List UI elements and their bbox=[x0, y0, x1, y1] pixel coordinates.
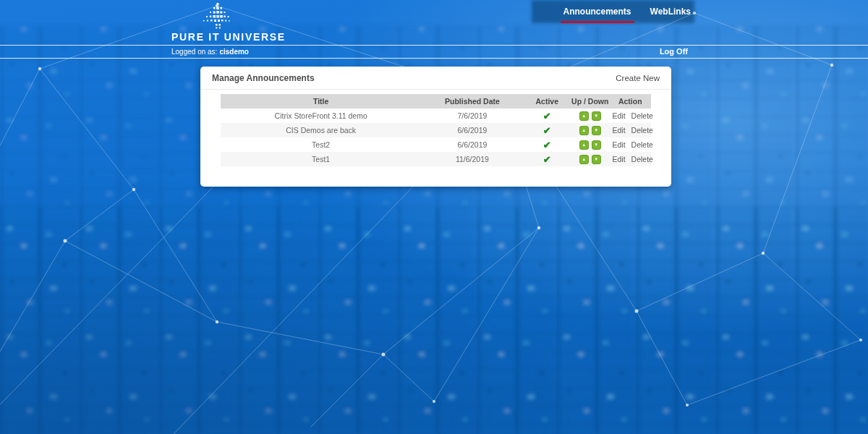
nav-tab-announcements[interactable]: Announcements bbox=[563, 7, 631, 17]
table-row: Test1 11/6/2019 ✔ ▲▼ EditDelete bbox=[221, 152, 651, 166]
panel-title: Manage Announcements bbox=[212, 73, 315, 83]
manage-announcements-panel: Manage Announcements Create New Title Pu… bbox=[200, 67, 671, 187]
edit-link[interactable]: Edit bbox=[612, 126, 625, 135]
move-up-button[interactable]: ▲ bbox=[579, 126, 589, 135]
log-off-link[interactable]: Log Off bbox=[660, 47, 688, 56]
active-check-icon: ✔ bbox=[543, 140, 551, 150]
logged-on-text: Logged on as:cisdemo bbox=[171, 48, 249, 56]
announcement-title: CIS Demos are back bbox=[221, 123, 421, 137]
column-header-active: Active bbox=[524, 94, 571, 109]
active-check-icon: ✔ bbox=[543, 111, 551, 122]
move-up-button[interactable]: ▲ bbox=[579, 111, 589, 121]
move-up-button[interactable]: ▲ bbox=[579, 140, 589, 150]
app-root: PURE IT UNIVERSE Announcements WebLinks … bbox=[0, 0, 868, 434]
delete-link[interactable]: Delete bbox=[631, 140, 653, 149]
announcement-title: Test2 bbox=[221, 137, 421, 152]
published-date: 6/6/2019 bbox=[421, 123, 523, 137]
active-check-icon: ✔ bbox=[543, 154, 551, 165]
table-header-row: Title Published Date Active Up / Down Ac… bbox=[221, 94, 651, 109]
edit-link[interactable]: Edit bbox=[612, 155, 625, 163]
move-down-button[interactable]: ▼ bbox=[592, 126, 601, 135]
move-down-button[interactable]: ▼ bbox=[592, 140, 601, 150]
logged-on-username: cisdemo bbox=[219, 48, 249, 56]
brand-logo-icon bbox=[202, 3, 234, 29]
table-row: Citrix StoreFront 3.11 demo 7/6/2019 ✔ ▲… bbox=[221, 109, 651, 123]
table-row: Test2 6/6/2019 ✔ ▲▼ EditDelete bbox=[221, 137, 651, 152]
delete-link[interactable]: Delete bbox=[631, 126, 653, 135]
panel-header: Manage Announcements Create New bbox=[200, 67, 671, 90]
nav-tab-weblinks[interactable]: WebLinks bbox=[650, 7, 691, 17]
brand-name: PURE IT UNIVERSE bbox=[171, 31, 286, 43]
main-nav: Announcements WebLinks bbox=[563, 7, 691, 17]
app-header-brand: PURE IT UNIVERSE bbox=[171, 3, 286, 43]
column-header-action: Action bbox=[609, 94, 651, 109]
published-date: 6/6/2019 bbox=[421, 137, 523, 152]
announcements-table: Title Published Date Active Up / Down Ac… bbox=[221, 94, 651, 166]
announcement-title: Test1 bbox=[221, 152, 421, 166]
create-new-link[interactable]: Create New bbox=[616, 74, 660, 82]
edit-link[interactable]: Edit bbox=[612, 111, 625, 120]
announcement-title: Citrix StoreFront 3.11 demo bbox=[221, 109, 421, 123]
column-header-title: Title bbox=[221, 94, 421, 109]
announcements-table-wrap: Title Published Date Active Up / Down Ac… bbox=[221, 94, 651, 166]
move-down-button[interactable]: ▼ bbox=[592, 111, 601, 121]
move-down-button[interactable]: ▼ bbox=[592, 155, 601, 164]
published-date: 11/6/2019 bbox=[421, 152, 523, 166]
column-header-up-down: Up / Down bbox=[571, 94, 609, 109]
published-date: 7/6/2019 bbox=[421, 109, 523, 123]
edit-link[interactable]: Edit bbox=[612, 140, 625, 149]
user-bar: Logged on as:cisdemo Log Off bbox=[0, 45, 868, 59]
column-header-published-date: Published Date bbox=[421, 94, 523, 109]
move-up-button[interactable]: ▲ bbox=[579, 155, 589, 164]
delete-link[interactable]: Delete bbox=[631, 111, 653, 120]
active-check-icon: ✔ bbox=[543, 125, 551, 136]
table-row: CIS Demos are back 6/6/2019 ✔ ▲▼ EditDel… bbox=[221, 123, 651, 137]
logged-on-label: Logged on as: bbox=[171, 48, 217, 56]
delete-link[interactable]: Delete bbox=[631, 155, 653, 163]
